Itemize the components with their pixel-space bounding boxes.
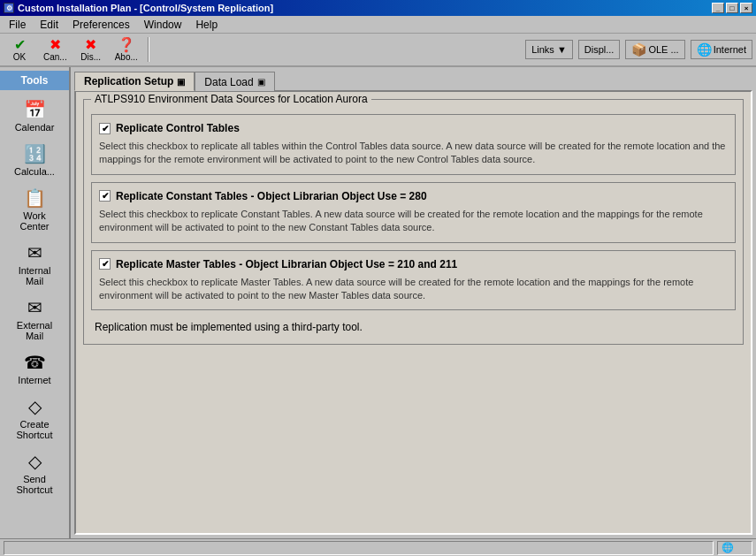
menu-bar: File Edit Preferences Window Help (0, 16, 756, 34)
constant-tables-checkbox[interactable]: ✔ (99, 190, 111, 202)
sidebar-item-work-center[interactable]: 📋 WorkCenter (4, 182, 65, 237)
control-tables-desc: Select this checkbox to replicate all ta… (99, 140, 728, 167)
menu-window[interactable]: Window (139, 17, 187, 33)
sidebar-item-internal-mail[interactable]: ✉ InternalMail (4, 237, 65, 292)
internet-button[interactable]: 🌐 Internet (691, 40, 752, 59)
maximize-button[interactable]: □ (726, 3, 738, 13)
master-tables-desc: Select this checkbox to replicate Master… (99, 276, 728, 303)
calculator-icon: 🔢 (24, 143, 46, 164)
close-button[interactable]: × (740, 3, 752, 13)
internet-sidebar-icon: ☎ (24, 352, 46, 373)
work-center-icon: 📋 (24, 187, 46, 209)
tab-replication-close[interactable]: ▣ (177, 77, 185, 87)
constant-tables-desc: Select this checkbox to replicate Consta… (99, 208, 728, 235)
abo-icon: ❓ (118, 38, 135, 52)
control-tables-row: ✔ Replicate Control Tables (99, 122, 728, 134)
group-box: ATLPS910 Environment Data Sources for Lo… (83, 99, 744, 345)
status-pane-main (4, 541, 714, 555)
main-panel: ATLPS910 Environment Data Sources for Lo… (74, 90, 752, 535)
toolbar-right: Links ▼ Displ... 📦 OLE ... 🌐 Internet (525, 40, 752, 59)
sidebar-item-external-mail[interactable]: ✉ ExternalMail (4, 292, 65, 347)
master-tables-row: ✔ Replicate Master Tables - Object Libra… (99, 258, 728, 270)
group-box-title: ATLPS910 Environment Data Sources for Lo… (91, 93, 371, 105)
group-box-content: ✔ Replicate Control Tables Select this c… (91, 114, 736, 337)
tab-data-load-close[interactable]: ▣ (257, 77, 265, 87)
menu-file[interactable]: File (4, 17, 31, 33)
status-bar: 🌐 (0, 538, 756, 556)
main-layout: Tools 📅 Calendar 🔢 Calcula... 📋 WorkCent… (0, 67, 756, 538)
ok-icon: ✔ (14, 38, 26, 52)
sidebar-title: Tools (0, 71, 69, 90)
external-mail-icon: ✉ (27, 297, 42, 318)
sidebar-item-create-shortcut[interactable]: ◇ CreateShortcut (4, 391, 65, 446)
control-tables-section: ✔ Replicate Control Tables Select this c… (91, 114, 736, 175)
sidebar: Tools 📅 Calendar 🔢 Calcula... 📋 WorkCent… (0, 67, 71, 538)
dis-button[interactable]: ✖ Dis... (75, 35, 107, 64)
ole-button[interactable]: 📦 OLE ... (625, 40, 684, 59)
tab-replication-setup[interactable]: Replication Setup ▣ (74, 72, 195, 91)
dis-icon: ✖ (85, 38, 96, 52)
sidebar-item-calculator[interactable]: 🔢 Calcula... (4, 138, 65, 182)
toolbar-separator (148, 37, 149, 62)
sidebar-item-send-shortcut[interactable]: ◇ SendShortcut (4, 446, 65, 500)
menu-edit[interactable]: Edit (34, 17, 64, 33)
title-text: Custom Installation Plan - [Control/Syst… (18, 3, 273, 13)
control-tables-checkbox[interactable]: ✔ (99, 123, 111, 134)
tab-data-load[interactable]: Data Load ▣ (195, 72, 274, 91)
tab-bar: Replication Setup ▣ Data Load ▣ (74, 71, 752, 90)
cancel-icon: ✖ (50, 38, 61, 52)
title-bar-buttons: _ □ × (712, 3, 752, 13)
app-icon: ⚙ (4, 3, 14, 13)
master-tables-section: ✔ Replicate Master Tables - Object Libra… (91, 250, 736, 311)
master-tables-checkbox[interactable]: ✔ (99, 258, 111, 270)
constant-tables-row: ✔ Replicate Constant Tables - Object Lib… (99, 190, 728, 202)
cancel-button[interactable]: ✖ Can... (39, 35, 72, 64)
ok-button[interactable]: ✔ OK (4, 35, 35, 64)
content-area: Replication Setup ▣ Data Load ▣ ATLPS910… (71, 67, 756, 538)
menu-help[interactable]: Help (190, 17, 223, 33)
create-shortcut-icon: ◇ (28, 396, 42, 417)
internet-icon: 🌐 (697, 42, 712, 57)
minimize-button[interactable]: _ (712, 3, 724, 13)
status-pane-icon: 🌐 (717, 541, 752, 555)
title-bar: ⚙ Custom Installation Plan - [Control/Sy… (0, 0, 756, 16)
internal-mail-icon: ✉ (27, 242, 42, 263)
sidebar-item-calendar[interactable]: 📅 Calendar (4, 94, 65, 138)
displ-button[interactable]: Displ... (578, 40, 621, 59)
ole-icon: 📦 (631, 42, 646, 57)
replication-note: Replication must be implemented using a … (91, 317, 736, 337)
toolbar: ✔ OK ✖ Can... ✖ Dis... ❓ Abo... Links ▼ … (0, 34, 756, 67)
calendar-icon: 📅 (24, 99, 46, 120)
status-globe-icon: 🌐 (722, 542, 734, 552)
abo-button[interactable]: ❓ Abo... (111, 35, 142, 64)
sidebar-item-internet[interactable]: ☎ Internet (4, 347, 65, 391)
constant-tables-section: ✔ Replicate Constant Tables - Object Lib… (91, 182, 736, 243)
links-button[interactable]: Links ▼ (525, 40, 573, 59)
menu-preferences[interactable]: Preferences (67, 17, 135, 33)
send-shortcut-icon: ◇ (28, 451, 42, 472)
